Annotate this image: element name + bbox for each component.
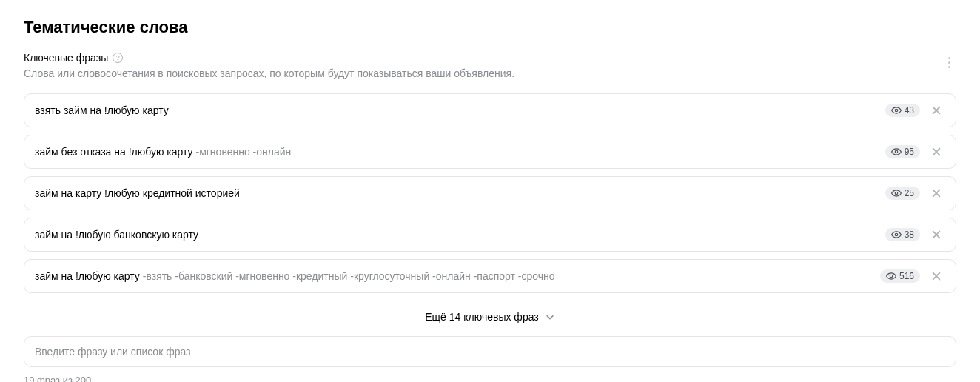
phrase-row[interactable]: займ на карту !любую кредитной историей2… [24,176,956,210]
impressions-count: 43 [905,105,914,115]
phrase-text: займ на !любую карту -взять -банковский … [35,270,873,282]
svg-point-12 [890,275,893,278]
section-heading: Тематические слова [24,18,956,37]
show-more-label: Ещё 14 ключевых фраз [425,311,538,323]
phrase-row[interactable]: займ без отказа на !любую карту -мгновен… [24,135,956,169]
impressions-count: 25 [905,188,914,198]
phrase-main: займ на !любую банковскую карту [35,229,198,241]
remove-phrase-button[interactable] [927,101,945,119]
impressions-badge[interactable]: 43 [885,104,920,117]
svg-point-6 [895,192,898,195]
eye-icon [891,188,902,198]
help-icon[interactable]: ? [113,53,123,63]
impressions-badge[interactable]: 516 [880,269,920,283]
phrase-input[interactable] [35,337,945,366]
impressions-count: 38 [905,229,914,240]
more-menu-button[interactable] [942,52,956,73]
phrase-negatives: -взять -банковский -мгновенно -кредитный… [140,270,555,282]
remove-phrase-button[interactable] [927,143,945,161]
impressions-badge[interactable]: 38 [885,228,920,241]
phrase-count-footer: 19 фраз из 200 [24,375,956,382]
chevron-down-icon [545,312,555,322]
close-icon [931,147,942,157]
close-icon [931,188,942,198]
phrase-text: займ на !любую банковскую карту [35,229,878,241]
impressions-count: 516 [899,271,914,281]
label-key-phrases: Ключевые фразы [24,52,108,64]
remove-phrase-button[interactable] [927,267,945,285]
close-icon [931,271,942,281]
phrase-row[interactable]: займ на !любую карту -взять -банковский … [24,259,956,293]
close-icon [931,229,942,240]
svg-point-9 [895,233,898,236]
svg-point-0 [895,109,898,112]
phrase-row[interactable]: взять займ на !любую карту43 [24,93,956,127]
eye-icon [891,105,902,115]
phrase-text: займ на карту !любую кредитной историей [35,187,878,199]
phrase-negatives: -мгновенно -онлайн [193,146,292,158]
eye-icon [891,229,902,240]
phrase-text: взять займ на !любую карту [35,104,878,116]
remove-phrase-button[interactable] [927,184,945,202]
phrase-main: взять займ на !любую карту [35,104,169,116]
phrase-main: займ на !любую карту [35,270,140,282]
eye-icon [886,271,896,281]
phrase-text: займ без отказа на !любую карту -мгновен… [35,146,878,158]
eye-icon [891,147,902,157]
close-icon [931,105,942,115]
impressions-count: 95 [905,147,914,157]
phrase-input-container [24,336,956,367]
impressions-badge[interactable]: 25 [885,187,920,200]
subheader: Ключевые фразы ? Слова или словосочетани… [24,52,956,81]
svg-point-3 [895,150,898,153]
phrase-main: займ на карту !любую кредитной историей [35,187,240,199]
phrase-main: займ без отказа на !любую карту [35,146,193,158]
remove-phrase-button[interactable] [927,226,945,244]
show-more-button[interactable]: Ещё 14 ключевых фраз [24,301,956,336]
impressions-badge[interactable]: 95 [885,145,920,158]
phrase-row[interactable]: займ на !любую банковскую карту38 [24,218,956,252]
description-text: Слова или словосочетания в поисковых зап… [24,67,942,81]
